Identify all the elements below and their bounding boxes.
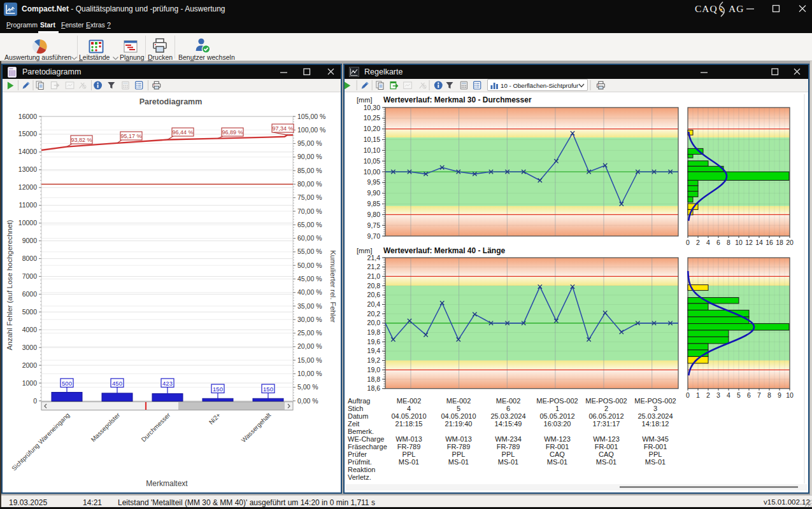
- svg-text:20,00 %: 20,00 %: [297, 342, 322, 350]
- svg-text:14:18:12: 14:18:12: [642, 420, 669, 428]
- svg-text:ME-002: ME-002: [446, 397, 471, 405]
- svg-text:96,89 %: 96,89 %: [222, 129, 243, 136]
- svg-text:19,0: 19,0: [367, 366, 381, 373]
- svg-text:ME-002: ME-002: [496, 397, 521, 405]
- svg-text:105,00 %: 105,00 %: [297, 113, 325, 120]
- svg-text:95,17 %: 95,17 %: [120, 133, 141, 139]
- svg-text:95,00 %: 95,00 %: [297, 139, 322, 147]
- svg-text:06.05.2012: 06.05.2012: [588, 412, 623, 420]
- svg-text:6: 6: [716, 239, 720, 246]
- svg-text:20,0: 20,0: [367, 319, 381, 326]
- svg-text:PPL: PPL: [452, 450, 466, 458]
- svg-text:8: 8: [767, 391, 771, 399]
- svg-text:93,82 %: 93,82 %: [71, 137, 92, 143]
- svg-text:Auftrag: Auftrag: [348, 397, 370, 405]
- svg-text:CAQ: CAQ: [599, 450, 614, 458]
- svg-text:14:15:49: 14:15:49: [495, 420, 522, 428]
- svg-text:5: 5: [457, 405, 460, 412]
- svg-text:9,75: 9,75: [367, 221, 381, 229]
- svg-text:10,15: 10,15: [364, 136, 380, 143]
- svg-text:Massepolster: Massepolster: [90, 411, 122, 443]
- svg-text:75,00 %: 75,00 %: [297, 193, 322, 201]
- svg-text:Paretodiagramm: Paretodiagramm: [139, 97, 203, 106]
- svg-text:2: 2: [604, 405, 608, 412]
- svg-text:150: 150: [263, 386, 273, 393]
- svg-text:MS-01: MS-01: [399, 458, 419, 466]
- svg-text:WM-234: WM-234: [495, 435, 522, 443]
- svg-text:15,00 %: 15,00 %: [297, 356, 322, 364]
- svg-text:FR-789: FR-789: [447, 443, 471, 450]
- svg-text:Ni2+: Ni2+: [208, 412, 222, 426]
- svg-text:ME-POS-002: ME-POS-002: [634, 397, 676, 405]
- svg-text:4: 4: [407, 405, 411, 412]
- svg-text:15000: 15000: [18, 130, 37, 137]
- svg-text:Werteverlauf: Merkmal 40 - Län: Werteverlauf: Merkmal 40 - Länge: [383, 246, 506, 255]
- svg-text:20,8: 20,8: [367, 282, 381, 289]
- svg-text:Sichtprüfung Wareneingang: Sichtprüfung Wareneingang: [10, 412, 71, 472]
- svg-text:ME-POS-002: ME-POS-002: [536, 397, 578, 405]
- svg-text:80,00 %: 80,00 %: [297, 180, 322, 188]
- svg-text:50,00 %: 50,00 %: [297, 261, 322, 269]
- svg-text:PPL: PPL: [649, 450, 662, 458]
- svg-text:10,00 %: 10,00 %: [297, 370, 322, 377]
- svg-text:WM-013: WM-013: [395, 435, 422, 443]
- svg-text:ME-002: ME-002: [397, 397, 422, 405]
- svg-text:96,44 %: 96,44 %: [172, 129, 193, 136]
- svg-text:Fräsecharge: Fräsecharge: [348, 443, 387, 450]
- svg-text:21,0: 21,0: [367, 272, 381, 280]
- svg-text:10000: 10000: [18, 219, 37, 227]
- svg-text:0: 0: [686, 239, 690, 246]
- svg-text:[mm]: [mm]: [357, 96, 372, 104]
- svg-text:WM-123: WM-123: [593, 435, 620, 443]
- svg-text:16: 16: [766, 239, 773, 246]
- svg-text:10,00: 10,00: [364, 168, 380, 176]
- svg-text:FR-789: FR-789: [397, 443, 421, 450]
- svg-text:6: 6: [747, 391, 751, 399]
- svg-text:97,34 %: 97,34 %: [272, 125, 293, 132]
- svg-text:18,8: 18,8: [367, 375, 381, 383]
- svg-text:10,10: 10,10: [364, 146, 380, 154]
- svg-text:16:03:20: 16:03:20: [544, 420, 571, 428]
- svg-text:14000: 14000: [18, 148, 37, 155]
- svg-text:21:18:15: 21:18:15: [395, 420, 423, 428]
- svg-text:Wassergehalt: Wassergehalt: [240, 411, 273, 443]
- svg-text:Stich: Stich: [348, 405, 363, 412]
- svg-text:11000: 11000: [19, 201, 38, 209]
- svg-text:04.05.2010: 04.05.2010: [391, 412, 426, 420]
- svg-text:9,90: 9,90: [367, 189, 381, 197]
- svg-text:1: 1: [696, 391, 700, 399]
- svg-text:9: 9: [778, 391, 781, 399]
- svg-text:9,80: 9,80: [367, 211, 381, 218]
- svg-text:85,00 %: 85,00 %: [297, 167, 322, 174]
- svg-text:WM-123: WM-123: [544, 435, 571, 443]
- svg-text:MS-01: MS-01: [645, 458, 666, 466]
- svg-text:PPL: PPL: [502, 450, 515, 458]
- svg-text:65,00 %: 65,00 %: [297, 221, 322, 228]
- svg-text:18: 18: [776, 239, 783, 246]
- svg-text:7: 7: [757, 391, 761, 399]
- svg-text:450: 450: [112, 380, 122, 387]
- svg-text:2: 2: [696, 239, 700, 246]
- svg-text:500: 500: [62, 380, 72, 387]
- svg-text:Durchmesser: Durchmesser: [140, 411, 172, 443]
- svg-text:10: 10: [735, 239, 743, 246]
- svg-text:18,6: 18,6: [367, 384, 381, 392]
- svg-text:25.03.2024: 25.03.2024: [490, 412, 525, 420]
- svg-text:4000: 4000: [22, 326, 38, 333]
- svg-text:3000: 3000: [22, 344, 38, 351]
- svg-text:MS-01: MS-01: [448, 458, 469, 466]
- svg-text:10,25: 10,25: [364, 114, 380, 122]
- svg-text:40,00 %: 40,00 %: [297, 288, 322, 296]
- svg-text:19,4: 19,4: [367, 347, 381, 354]
- svg-text:12000: 12000: [18, 183, 37, 191]
- svg-text:FR-001: FR-001: [546, 443, 569, 450]
- svg-text:21:19:40: 21:19:40: [445, 420, 473, 428]
- svg-text:21,2: 21,2: [367, 263, 381, 270]
- svg-text:1000: 1000: [22, 379, 38, 387]
- svg-text:19,8: 19,8: [367, 328, 381, 336]
- svg-text:16000: 16000: [18, 113, 37, 120]
- svg-text:21,4: 21,4: [367, 254, 381, 261]
- svg-text:0: 0: [686, 391, 690, 399]
- svg-text:Verletz.: Verletz.: [348, 473, 371, 481]
- svg-text:100,00 %: 100,00 %: [297, 126, 325, 134]
